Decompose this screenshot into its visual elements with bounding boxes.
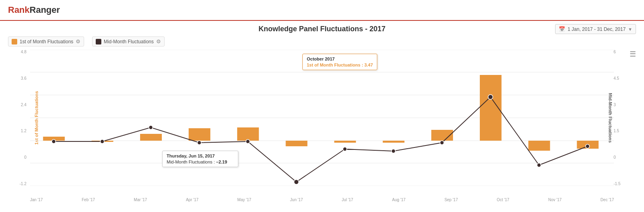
dot-feb: [100, 139, 104, 143]
dot-jan: [52, 139, 56, 143]
dot-nov: [537, 163, 541, 167]
logo-ranger: Ranger: [30, 5, 60, 15]
chart-legend: 1st of Month Fluctuations ⚙ Mid-Month Fl…: [8, 36, 636, 46]
x-label-jun: Jun '17: [290, 198, 303, 202]
y-left-label-5: 3.6: [21, 76, 26, 81]
y-right-label-1: -1.5: [614, 182, 620, 186]
calendar-icon: 📅: [559, 26, 565, 32]
dot-dec: [586, 144, 590, 148]
tooltip-jun-label: Mid-Month Fluctuations: [167, 160, 212, 164]
date-range-button[interactable]: 📅 1 Jan, 2017 - 31 Dec, 2017 ▼: [555, 24, 636, 34]
chart-svg-container: October 2017 1st of Month Fluctuations :…: [30, 50, 614, 186]
x-label-feb: Feb '17: [82, 198, 95, 202]
x-label-apr: Apr '17: [186, 198, 198, 202]
logo: RankRanger: [8, 5, 60, 15]
legend-color-first-month: [12, 39, 17, 44]
dot-apr: [197, 141, 201, 145]
x-axis: Jan '17 Feb '17 Mar '17 Apr '17 May '17 …: [30, 198, 614, 202]
y-axis-right: 6 4.5 3 1.5 0 -1.5: [612, 50, 628, 186]
x-label-aug: Aug '17: [392, 198, 406, 202]
y-left-label-4: 2.4: [21, 103, 26, 107]
dot-mar: [149, 125, 153, 129]
y-left-label-1: -1.2: [20, 182, 26, 186]
chart-svg: [30, 50, 614, 186]
x-label-jul: Jul '17: [342, 198, 353, 202]
chart-area: ☰ 1st of Month Fluctuations 4.8 3.6 2.4 …: [8, 50, 636, 202]
legend-color-mid-month: [96, 39, 101, 44]
header: RankRanger: [0, 0, 644, 21]
x-label-mar: Mar '17: [134, 198, 147, 202]
tooltip-june: Thursday, Jun 15, 2017 Mid-Month Fluctua…: [162, 151, 238, 167]
legend-label-mid-month: Mid-Month Fluctuations: [104, 39, 154, 44]
chart-title: Knowledge Panel Fluctuations - 2017: [258, 25, 385, 33]
dot-may: [246, 139, 250, 143]
legend-item-mid-month[interactable]: Mid-Month Fluctuations ⚙: [92, 36, 165, 46]
date-range-label: 1 Jan, 2017 - 31 Dec, 2017: [568, 26, 626, 32]
y-right-label-5: 4.5: [614, 76, 619, 81]
tooltip-jun-number: –2.19: [216, 160, 227, 164]
x-label-nov: Nov '17: [548, 198, 562, 202]
dot-jun: [294, 180, 299, 184]
bar-nov: [528, 141, 550, 151]
tooltip-oct-colon: :: [362, 63, 364, 67]
y-right-label-3: 1.5: [614, 129, 619, 133]
legend-label-first-month: 1st of Month Fluctuations: [20, 39, 73, 44]
chart-header: Knowledge Panel Fluctuations - 2017 📅 1 …: [8, 25, 636, 33]
x-label-sep: Sep '17: [445, 198, 458, 202]
tooltip-oct-label: 1st of Month Fluctuations: [307, 63, 360, 67]
tooltip-jun-value: Mid-Month Fluctuations : –2.19: [167, 160, 234, 164]
bar-apr: [189, 128, 210, 141]
y-axis-left: 4.8 3.6 2.4 1.2 0 -1.2: [8, 50, 28, 186]
logo-rank: Rank: [8, 5, 30, 15]
dot-jul: [343, 147, 347, 151]
tooltip-jun-date: Thursday, Jun 15, 2017: [167, 153, 234, 158]
gear-icon-first-month[interactable]: ⚙: [76, 38, 80, 44]
y-left-label-6: 4.8: [21, 50, 26, 54]
legend-item-first-month[interactable]: 1st of Month Fluctuations ⚙: [8, 36, 84, 46]
tooltip-oct-value: 1st of Month Fluctuations : 3.47: [307, 63, 373, 67]
tooltip-october: October 2017 1st of Month Fluctuations :…: [302, 54, 377, 70]
chart-menu-icon[interactable]: ☰: [630, 50, 636, 59]
mid-month-line: [54, 97, 588, 182]
gear-icon-mid-month[interactable]: ⚙: [156, 38, 161, 44]
x-label-dec: Dec '17: [600, 198, 614, 202]
bar-aug: [383, 141, 405, 143]
y-left-label-3: 1.2: [21, 129, 26, 133]
tooltip-oct-number: 3.47: [364, 63, 373, 67]
chevron-down-icon: ▼: [628, 27, 632, 32]
bar-may: [237, 127, 259, 141]
bar-mar: [140, 134, 162, 141]
dot-oct: [488, 95, 493, 99]
y-left-label-2: 0: [24, 155, 26, 160]
main-content: Knowledge Panel Fluctuations - 2017 📅 1 …: [0, 21, 644, 206]
x-label-may: May '17: [237, 198, 252, 202]
x-label-oct: Oct '17: [497, 198, 509, 202]
dot-aug: [391, 149, 395, 153]
tooltip-oct-month: October 2017: [307, 57, 373, 61]
dot-sep: [440, 141, 444, 145]
bar-jun: [286, 141, 307, 146]
x-label-jan: Jan '17: [30, 198, 43, 202]
bar-jul: [334, 141, 356, 143]
